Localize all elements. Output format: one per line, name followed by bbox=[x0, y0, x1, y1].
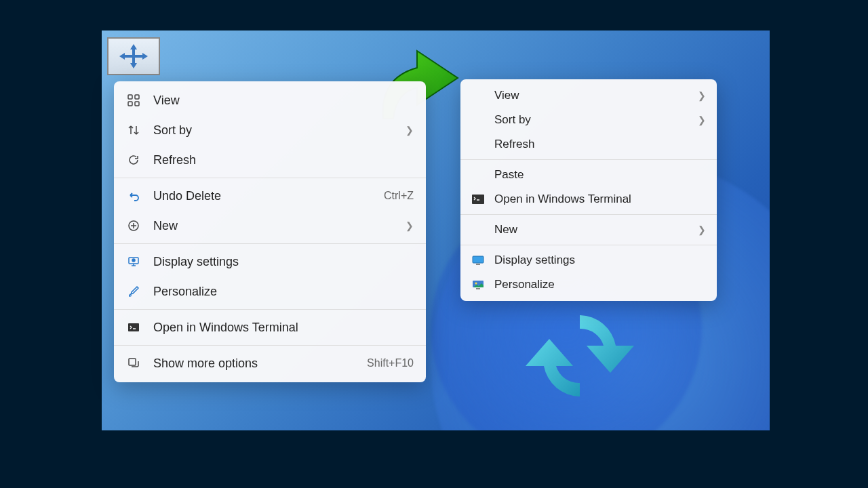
svg-rect-15 bbox=[472, 195, 484, 204]
chevron-right-icon: ❯ bbox=[698, 115, 706, 125]
blank-icon bbox=[471, 222, 485, 237]
svg-rect-20 bbox=[476, 288, 480, 289]
menu-item-open-terminal[interactable]: Open in Windows Terminal bbox=[460, 187, 717, 211]
menu-item-display-settings[interactable]: Display settings bbox=[114, 247, 426, 277]
menu-item-paste[interactable]: Paste bbox=[460, 163, 717, 187]
svg-marker-3 bbox=[142, 53, 148, 60]
svg-rect-14 bbox=[129, 359, 136, 365]
context-menu-classic: View ❯ Sort by ❯ Refresh Paste Open in W… bbox=[460, 79, 717, 301]
menu-item-refresh[interactable]: Refresh bbox=[460, 132, 717, 157]
menu-item-new[interactable]: New ❯ bbox=[460, 218, 717, 242]
blank-icon bbox=[471, 137, 485, 152]
grid-icon bbox=[126, 93, 141, 108]
terminal-icon bbox=[471, 192, 485, 207]
menu-item-refresh[interactable]: Refresh bbox=[114, 145, 426, 175]
menu-label: Undo Delete bbox=[153, 189, 384, 203]
svg-rect-8 bbox=[128, 102, 132, 106]
svg-marker-2 bbox=[119, 53, 125, 60]
menu-item-display-settings[interactable]: Display settings bbox=[460, 248, 717, 272]
chevron-right-icon: ❯ bbox=[698, 90, 706, 101]
menu-label: View bbox=[494, 89, 692, 102]
menu-label: Show more options bbox=[153, 357, 367, 371]
menu-separator bbox=[460, 214, 717, 215]
menu-item-view[interactable]: View bbox=[114, 85, 426, 115]
menu-separator bbox=[114, 243, 426, 244]
svg-rect-13 bbox=[128, 323, 139, 331]
svg-rect-17 bbox=[476, 264, 480, 265]
undo-icon bbox=[126, 188, 141, 203]
refresh-icon bbox=[126, 152, 141, 167]
menu-label: Display settings bbox=[494, 253, 706, 267]
menu-label: New bbox=[494, 223, 692, 237]
menu-label: Personalize bbox=[494, 278, 706, 291]
svg-rect-5 bbox=[125, 55, 142, 58]
menu-item-view[interactable]: View ❯ bbox=[460, 83, 717, 108]
blank-icon bbox=[471, 167, 485, 182]
display-icon bbox=[471, 253, 485, 268]
menu-shortcut: Shift+F10 bbox=[367, 357, 414, 369]
svg-rect-16 bbox=[473, 256, 484, 263]
menu-item-sort-by[interactable]: Sort by ❯ bbox=[460, 108, 717, 132]
menu-item-personalize[interactable]: Personalize bbox=[114, 277, 426, 306]
menu-item-show-more[interactable]: Show more options Shift+F10 bbox=[114, 348, 426, 378]
menu-label: Personalize bbox=[153, 285, 414, 299]
menu-item-sort-by[interactable]: Sort by ❯ bbox=[114, 115, 426, 145]
display-icon bbox=[126, 254, 141, 269]
menu-item-open-terminal[interactable]: Open in Windows Terminal bbox=[114, 312, 426, 342]
menu-shortcut: Ctrl+Z bbox=[384, 190, 414, 202]
menu-label: Refresh bbox=[494, 138, 706, 151]
menu-label: Paste bbox=[494, 168, 706, 182]
menu-label: Sort by bbox=[494, 113, 692, 127]
svg-point-12 bbox=[132, 259, 135, 262]
menu-item-undo-delete[interactable]: Undo Delete Ctrl+Z bbox=[114, 181, 426, 211]
terminal-icon bbox=[126, 320, 141, 335]
svg-marker-0 bbox=[130, 44, 137, 49]
menu-label: Open in Windows Terminal bbox=[153, 321, 414, 335]
menu-label: Sort by bbox=[153, 123, 400, 138]
blank-icon bbox=[471, 88, 485, 103]
sync-icon bbox=[515, 298, 644, 413]
menu-label: View bbox=[153, 94, 414, 108]
menu-separator bbox=[460, 245, 717, 245]
personalize-icon bbox=[471, 277, 485, 292]
menu-label: Refresh bbox=[153, 153, 414, 167]
menu-label: Open in Windows Terminal bbox=[494, 192, 706, 206]
svg-marker-1 bbox=[130, 63, 137, 68]
svg-rect-9 bbox=[135, 102, 139, 106]
context-menu-win11: View Sort by ❯ Refresh Undo Delete Ctrl+… bbox=[114, 81, 426, 382]
svg-rect-7 bbox=[135, 95, 139, 99]
menu-separator bbox=[114, 178, 426, 178]
chevron-right-icon: ❯ bbox=[406, 125, 414, 136]
menu-separator bbox=[460, 159, 717, 160]
chevron-right-icon: ❯ bbox=[698, 224, 706, 235]
menu-label: Display settings bbox=[153, 255, 414, 269]
plus-circle-icon bbox=[126, 218, 141, 233]
more-options-icon bbox=[126, 356, 141, 371]
menu-item-personalize[interactable]: Personalize bbox=[460, 272, 717, 297]
menu-separator bbox=[114, 345, 426, 346]
resize-move-icon bbox=[107, 37, 160, 75]
menu-item-new[interactable]: New ❯ bbox=[114, 211, 426, 241]
chevron-right-icon: ❯ bbox=[406, 220, 414, 231]
svg-point-19 bbox=[475, 283, 477, 285]
brush-icon bbox=[126, 284, 141, 299]
svg-rect-6 bbox=[128, 95, 132, 99]
menu-separator bbox=[114, 309, 426, 310]
sort-icon bbox=[126, 123, 141, 138]
menu-label: New bbox=[153, 219, 400, 233]
blank-icon bbox=[471, 113, 485, 127]
